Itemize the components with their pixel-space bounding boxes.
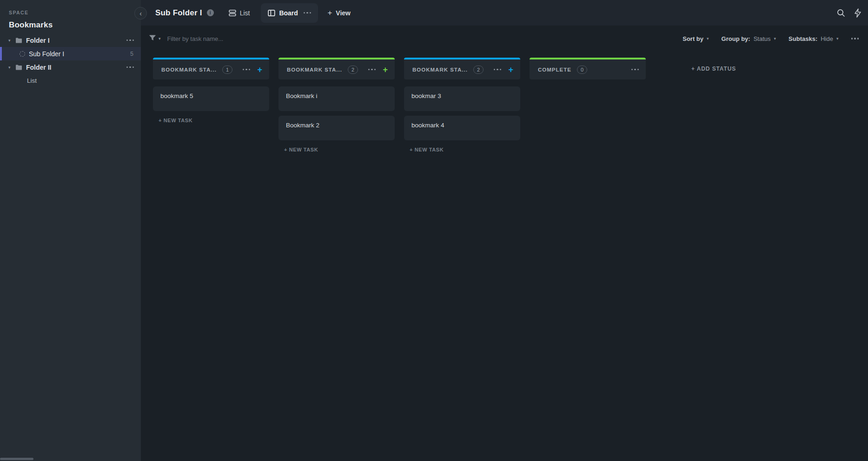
sidebar-item-label: Folder II <box>26 64 51 71</box>
task-card[interactable]: bookmar 3 <box>404 86 520 111</box>
task-card[interactable]: Bookmark i <box>278 86 395 111</box>
add-view-label: View <box>336 9 351 17</box>
task-card[interactable]: bookmark 5 <box>153 86 269 111</box>
column-add-task-icon[interactable]: + <box>383 66 388 74</box>
chevron-down-icon: ▾ <box>774 36 776 41</box>
column-header[interactable]: BOOKMARK STA...1+ <box>153 58 269 79</box>
task-count-badge: 5 <box>130 51 133 57</box>
subtasks-control[interactable]: Subtasks: Hide ▾ <box>788 35 838 42</box>
filter-group[interactable]: ▾ <box>149 34 270 43</box>
group-by-label: Group by: <box>722 35 750 42</box>
folder-icon <box>15 38 22 43</box>
column-title: COMPLETE <box>538 67 571 72</box>
task-card[interactable]: Bookmark 2 <box>278 116 395 140</box>
board-tab-menu-icon[interactable] <box>304 12 311 14</box>
column-title: BOOKMARK STA... <box>287 67 342 72</box>
chevron-down-icon: ▾ <box>707 36 709 41</box>
filter-funnel-icon <box>149 34 156 43</box>
column-count-badge: 2 <box>348 66 358 74</box>
toolbar-controls: Sort by ▾ Group by: Status ▾ Subtasks: H… <box>682 35 859 42</box>
toolbar-menu-icon[interactable] <box>851 38 859 40</box>
column-menu-icon[interactable] <box>494 69 502 71</box>
column-cards: Bookmark iBookmark 2 <box>278 86 395 140</box>
sidebar-item-sub-folder-i[interactable]: Sub Folder I5 <box>0 47 141 60</box>
sidebar-item-folder-ii[interactable]: ▾Folder II <box>0 60 141 74</box>
topbar-actions <box>836 8 862 18</box>
column-title: BOOKMARK STA... <box>161 67 217 72</box>
task-card-title: Bookmark 2 <box>286 122 319 129</box>
sidebar-item-label: Folder I <box>26 37 50 44</box>
add-status-button[interactable]: + ADD STATUS <box>691 66 736 72</box>
sprint-circle-icon <box>20 51 25 57</box>
column-title: BOOKMARK STA... <box>412 67 468 72</box>
search-icon[interactable] <box>836 8 846 18</box>
board-column: BOOKMARK STA...2+bookmar 3bookmark 4+ NE… <box>404 58 520 152</box>
sidebar-item-label: Sub Folder I <box>29 50 64 58</box>
plus-icon: + <box>327 9 332 17</box>
tab-label: Board <box>279 9 298 17</box>
sidebar-item-folder-i[interactable]: ▾Folder I <box>0 33 141 47</box>
board-content: ▾ Sort by ▾ Group by: Status ▾ Subtasks:… <box>141 26 868 461</box>
tab-label: List <box>240 9 250 17</box>
sidebar-item-label: List <box>27 77 37 84</box>
new-task-button[interactable]: + NEW TASK <box>404 147 520 152</box>
sidebar-collapse-button[interactable]: ‹ <box>134 7 147 20</box>
board-toolbar: ▾ Sort by ▾ Group by: Status ▾ Subtasks:… <box>141 26 868 52</box>
group-by-value: Status <box>754 35 771 42</box>
column-cards: bookmark 5 <box>153 86 269 111</box>
space-title[interactable]: Bookmarks <box>9 20 53 30</box>
task-card-title: Bookmark i <box>286 92 318 99</box>
group-by-control[interactable]: Group by: Status ▾ <box>722 35 776 42</box>
column-add-task-icon[interactable]: + <box>257 66 262 74</box>
chevron-down-icon: ▾ <box>159 36 161 41</box>
column-header[interactable]: COMPLETE0 <box>530 58 646 79</box>
new-task-button[interactable]: + NEW TASK <box>153 118 269 123</box>
task-card-title: bookmark 5 <box>160 92 193 99</box>
chevron-left-icon: ‹ <box>139 10 142 17</box>
page-title: Sub Folder I <box>155 8 202 18</box>
column-menu-icon[interactable] <box>631 69 639 71</box>
tab-board-view[interactable]: Board <box>261 3 318 23</box>
top-bar: Sub Folder I i List Board + View <box>141 0 868 26</box>
folder-menu-icon[interactable] <box>126 66 134 68</box>
column-header[interactable]: BOOKMARK STA...2+ <box>404 58 520 79</box>
space-label: SPACE <box>9 10 28 15</box>
folder-menu-icon[interactable] <box>126 40 134 41</box>
task-card-title: bookmar 3 <box>411 92 441 99</box>
task-card-title: bookmark 4 <box>411 122 444 129</box>
tab-list-view[interactable]: List <box>229 3 250 23</box>
list-view-icon <box>229 9 236 17</box>
subtasks-value: Hide <box>821 35 833 42</box>
sort-by-label: Sort by <box>682 35 703 42</box>
column-count-badge: 1 <box>222 66 232 74</box>
app-window: SPACE Bookmarks ▾Folder ISub Folder I5▾F… <box>0 0 868 461</box>
task-card[interactable]: bookmark 4 <box>404 116 520 140</box>
chevron-down-icon: ▾ <box>836 36 839 41</box>
board-column: BOOKMARK STA...2+Bookmark iBookmark 2+ N… <box>278 58 395 152</box>
board-column: BOOKMARK STA...1+bookmark 5+ NEW TASK <box>153 58 269 123</box>
chevron-down-icon[interactable]: ▾ <box>8 38 15 43</box>
column-add-task-icon[interactable]: + <box>508 66 513 74</box>
column-count-badge: 2 <box>473 66 484 74</box>
add-view-button[interactable]: + View <box>327 9 351 17</box>
subtasks-label: Subtasks: <box>788 35 817 42</box>
column-menu-icon[interactable] <box>243 69 251 71</box>
board-view-icon <box>268 9 275 17</box>
column-count-badge: 0 <box>577 66 587 74</box>
sidebar-horizontal-scrollbar[interactable] <box>0 458 33 460</box>
new-task-button[interactable]: + NEW TASK <box>278 147 395 152</box>
chevron-down-icon[interactable]: ▾ <box>8 65 15 70</box>
kanban-board: BOOKMARK STA...1+bookmark 5+ NEW TASKBOO… <box>153 58 646 152</box>
column-menu-icon[interactable] <box>368 69 376 71</box>
column-cards: bookmar 3bookmark 4 <box>404 86 520 140</box>
info-icon[interactable]: i <box>207 9 214 16</box>
sidebar-item-list[interactable]: List <box>0 74 141 87</box>
sidebar-tree: ▾Folder ISub Folder I5▾Folder IIList <box>0 33 141 87</box>
folder-icon <box>15 65 22 70</box>
sort-by-control[interactable]: Sort by ▾ <box>682 35 709 42</box>
column-header[interactable]: BOOKMARK STA...2+ <box>278 58 395 79</box>
automation-bolt-icon[interactable] <box>854 8 862 18</box>
board-column: COMPLETE0 <box>530 58 646 86</box>
filter-task-input[interactable] <box>167 35 270 42</box>
sidebar: SPACE Bookmarks ▾Folder ISub Folder I5▾F… <box>0 0 141 461</box>
